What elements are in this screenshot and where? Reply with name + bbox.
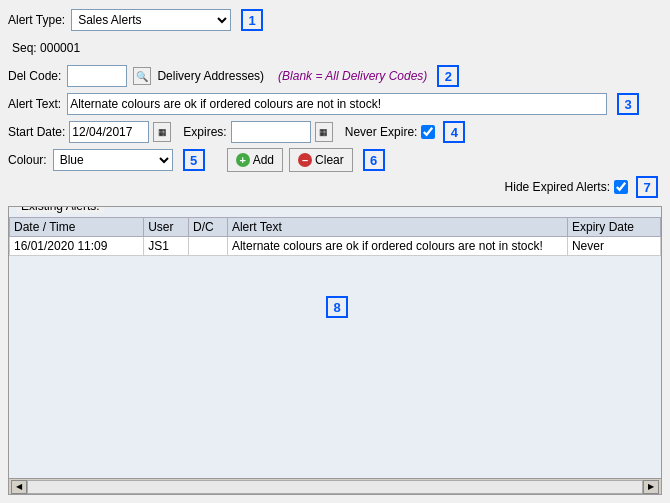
- colour-label: Colour:: [8, 153, 47, 167]
- alert-type-label: Alert Type:: [8, 13, 65, 27]
- blank-note: (Blank = All Delivery Codes): [278, 69, 427, 83]
- scroll-track[interactable]: [27, 480, 643, 494]
- alert-type-select[interactable]: Sales Alerts Purchase Alerts Stock Alert…: [71, 9, 231, 31]
- table-row[interactable]: 16/01/2020 11:09 JS1 Alternate colours a…: [10, 237, 661, 256]
- cell-dc: [189, 237, 228, 256]
- cell-date-time: 16/01/2020 11:09: [10, 237, 144, 256]
- hide-expired-checkbox[interactable]: [614, 180, 628, 194]
- number-box-4: 4: [443, 121, 465, 143]
- number-box-5: 5: [183, 149, 205, 171]
- hide-expired-label: Hide Expired Alerts:: [505, 180, 610, 194]
- alert-type-row: Alert Type: Sales Alerts Purchase Alerts…: [8, 8, 662, 32]
- alerts-table: Date / Time User D/C Alert Text Expiry D…: [9, 217, 661, 256]
- col-dc: D/C: [189, 218, 228, 237]
- expires-picker-button[interactable]: ▦: [315, 122, 333, 142]
- cell-alert-text: Alternate colours are ok if ordered colo…: [227, 237, 567, 256]
- number-box-3: 3: [617, 93, 639, 115]
- add-button[interactable]: + Add: [227, 148, 283, 172]
- existing-alerts-legend: Existing Alerts:: [17, 206, 104, 213]
- del-code-row: Del Code: 🔍 Delivery Addresses) (Blank =…: [8, 64, 662, 88]
- number-box-8-container: 8: [9, 296, 661, 318]
- never-expire-checkbox[interactable]: [421, 125, 435, 139]
- add-label: Add: [253, 153, 274, 167]
- seq-label: Seq: 000001: [12, 41, 80, 55]
- alert-text-label: Alert Text:: [8, 97, 61, 111]
- del-code-search-button[interactable]: 🔍: [133, 67, 151, 85]
- number-box-8: 8: [326, 296, 348, 318]
- clear-label: Clear: [315, 153, 344, 167]
- clear-icon: –: [298, 153, 312, 167]
- del-code-hint: Delivery Addresses): [157, 69, 264, 83]
- colour-row: Colour: Blue Red Green Black 5 + Add – C…: [8, 148, 662, 172]
- expires-label: Expires:: [183, 125, 226, 139]
- bottom-scrollbar[interactable]: ◀ ▶: [9, 478, 661, 494]
- col-expiry-date: Expiry Date: [567, 218, 660, 237]
- cell-expiry-date: Never: [567, 237, 660, 256]
- existing-alerts-group: Existing Alerts: Date / Time User D/C Al…: [8, 206, 662, 495]
- del-code-label: Del Code:: [8, 69, 61, 83]
- seq-value: 000001: [40, 41, 80, 55]
- hide-expired-row: Hide Expired Alerts: 7: [8, 176, 662, 198]
- never-expire-label: Never Expire:: [345, 125, 418, 139]
- start-date-input[interactable]: [69, 121, 149, 143]
- number-box-2: 2: [437, 65, 459, 87]
- del-code-input[interactable]: [67, 65, 127, 87]
- colour-select[interactable]: Blue Red Green Black: [53, 149, 173, 171]
- number-box-1: 1: [241, 9, 263, 31]
- dates-row: Start Date: ▦ Expires: ▦ Never Expire: 4: [8, 120, 662, 144]
- table-container: Date / Time User D/C Alert Text Expiry D…: [9, 217, 661, 478]
- col-user: User: [144, 218, 189, 237]
- col-date-time: Date / Time: [10, 218, 144, 237]
- cell-user: JS1: [144, 237, 189, 256]
- clear-button[interactable]: – Clear: [289, 148, 353, 172]
- expires-input[interactable]: [231, 121, 311, 143]
- col-alert-text: Alert Text: [227, 218, 567, 237]
- alert-text-input[interactable]: [67, 93, 607, 115]
- alert-text-row: Alert Text: 3: [8, 92, 662, 116]
- number-box-6: 6: [363, 149, 385, 171]
- main-container: Alert Type: Sales Alerts Purchase Alerts…: [0, 0, 670, 503]
- number-box-7: 7: [636, 176, 658, 198]
- start-date-label: Start Date:: [8, 125, 65, 139]
- seq-row: Seq: 000001: [8, 36, 662, 60]
- scroll-left-button[interactable]: ◀: [11, 480, 27, 494]
- add-icon: +: [236, 153, 250, 167]
- start-date-picker-button[interactable]: ▦: [153, 122, 171, 142]
- scroll-right-button[interactable]: ▶: [643, 480, 659, 494]
